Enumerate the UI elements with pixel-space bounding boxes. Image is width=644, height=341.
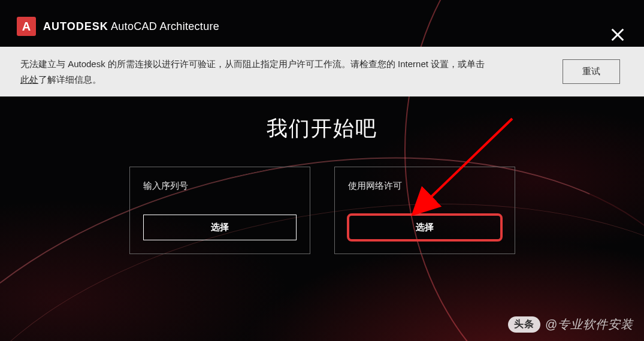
card-label: 使用网络许可 — [348, 180, 501, 192]
card-enter-serial: 输入序列号 选择 — [129, 167, 310, 254]
header: A AUTODESK AutoCAD Architecture — [0, 0, 644, 43]
notice-bar: 无法建立与 Autodesk 的所需连接以进行许可验证，从而阻止指定用户许可工作… — [0, 47, 644, 96]
select-serial-button[interactable]: 选择 — [143, 215, 297, 240]
autodesk-logo: A — [17, 17, 36, 36]
watermark-text: @专业软件安装 — [545, 316, 633, 333]
retry-button[interactable]: 重试 — [563, 59, 620, 84]
watermark-pill: 头条 — [508, 316, 540, 333]
close-icon — [609, 26, 626, 43]
select-network-button[interactable]: 选择 — [348, 215, 501, 240]
details-link[interactable]: 此处 — [20, 74, 38, 85]
card-label: 输入序列号 — [143, 180, 297, 192]
card-network-license: 使用网络许可 选择 — [334, 167, 515, 254]
product-title: AUTODESK AutoCAD Architecture — [43, 20, 219, 33]
page-title: 我们开始吧 — [0, 114, 644, 143]
notice-text: 无法建立与 Autodesk 的所需连接以进行许可验证，从而阻止指定用户许可工作… — [20, 56, 488, 87]
watermark: 头条 @专业软件安装 — [508, 316, 633, 333]
close-button[interactable] — [609, 26, 626, 43]
options-row: 输入序列号 选择 使用网络许可 选择 — [0, 167, 644, 254]
